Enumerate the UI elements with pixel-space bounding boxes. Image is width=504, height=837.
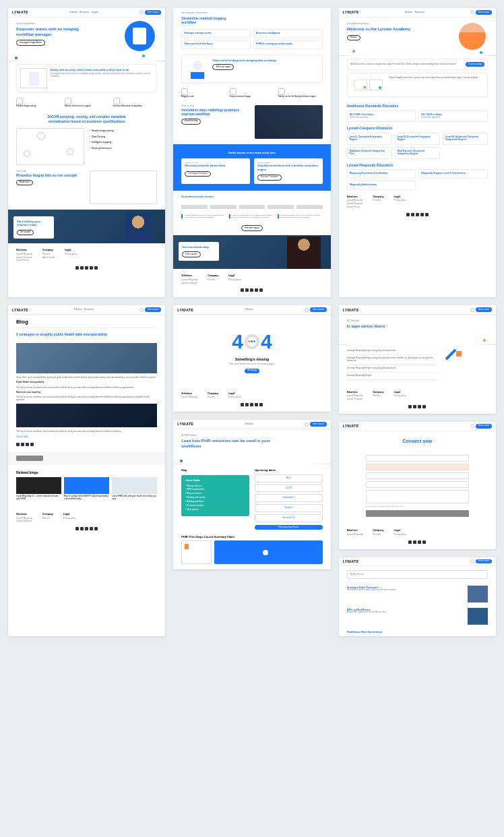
read-more-button[interactable]: Read more: [16, 180, 33, 186]
search-icon[interactable]: [470, 424, 474, 428]
related-thumb: [64, 477, 109, 494]
certificate-illustration: [351, 77, 385, 93]
architecture-diagram: [90, 170, 158, 204]
email-field[interactable]: [366, 464, 469, 470]
related-thumb: [112, 477, 157, 494]
inline-image: [16, 404, 157, 427]
magnify-icon: [245, 334, 259, 349]
company-field[interactable]: [366, 472, 469, 479]
brain-scan-image: [255, 105, 323, 139]
social-icons: [16, 266, 157, 270]
pencil-illustration: [443, 348, 463, 368]
footer: SolutionsLyniate RhapsodyLyniate Corepoi…: [8, 243, 165, 275]
home-button[interactable]: Homepage: [245, 369, 260, 373]
page-imaging: LYNIATESolutionsResourcesSupportGet in t…: [8, 8, 165, 297]
video-thumb-1[interactable]: [181, 540, 212, 564]
course-outline: Course Outline• What you'll learn• FHIR …: [181, 475, 249, 516]
search-icon[interactable]: [305, 308, 309, 312]
phone-field[interactable]: [366, 481, 469, 488]
name-field[interactable]: [366, 455, 469, 462]
related-thumb: [16, 477, 61, 494]
result-thumb: [468, 608, 488, 625]
search-icon[interactable]: [470, 559, 474, 563]
post-title: 5 strategies to simplify public health d…: [8, 328, 165, 341]
page-varius: LYNIATEGet in touch HL7 StandardIn eget …: [339, 305, 496, 413]
search-icon[interactable]: [305, 423, 309, 427]
hero-cta[interactable]: Investigate Image Mover: [16, 40, 45, 46]
result-thumb: [468, 586, 488, 602]
search-icon[interactable]: [470, 308, 474, 312]
blog-hero-image: [16, 343, 157, 373]
search-input[interactable]: 🔍 Healthcare: [347, 570, 488, 579]
diagram: [16, 128, 84, 165]
customer-logos: [173, 202, 330, 212]
404-graphic: 44: [173, 328, 330, 354]
page-search: LYNIATEGet in touch 🔍 Healthcare Strateg…: [339, 557, 496, 637]
logo[interactable]: LYNIATE: [12, 10, 28, 15]
search-icon[interactable]: [139, 10, 144, 14]
hero-illustration: [125, 21, 155, 51]
subscribe-button[interactable]: [16, 456, 43, 461]
contact-form: By submitting you agree to terms and pri…: [339, 448, 496, 524]
video-thumb-2[interactable]: [214, 540, 322, 564]
submit-button[interactable]: [366, 510, 469, 517]
routing-icon: [16, 98, 23, 104]
cta-photo: Start building your solutions todayGet s…: [8, 210, 165, 243]
page-blog: LYNIATESolutionsResourcesGet in touch Bl…: [8, 305, 165, 636]
cta-photo-2: Get connected todayLet's connect: [173, 235, 330, 269]
hero-title: Empower teams with an imaging workflow m…: [16, 27, 94, 38]
infra-icon: [65, 98, 71, 104]
page-connect: LYNIATEGet in touch Connect now By submi…: [339, 422, 496, 549]
page-fhir: LYNIATESolutionsGet in touch All FHIR We…: [173, 420, 330, 569]
page-404: LYNIATESolutionsGet in touch 44Something…: [173, 305, 330, 412]
nav-links: SolutionsResourcesSupport: [69, 11, 98, 14]
blue-cta-section: Easily access every exam every timeLynia…: [173, 144, 330, 191]
message-field[interactable]: [366, 490, 469, 503]
nav: LYNIATESolutionsResourcesSupportGet in t…: [8, 8, 165, 18]
page-streamline: New integration environmentStreamline me…: [173, 8, 330, 297]
get-started-button[interactable]: Get started: [17, 230, 34, 236]
scale-icon: [181, 88, 188, 95]
page-academy: LYNIATESolutionsResourcesGet in touch Ly…: [339, 8, 496, 297]
cta-button[interactable]: Get in touch: [145, 10, 161, 15]
search-icon[interactable]: [139, 308, 144, 312]
feature-card: Easily and securely share exams everywhe…: [16, 64, 157, 92]
search-icon[interactable]: [470, 10, 474, 14]
efficiency-icon: [113, 98, 120, 104]
happy-icon: [230, 88, 237, 95]
safety-icon: [278, 88, 285, 95]
